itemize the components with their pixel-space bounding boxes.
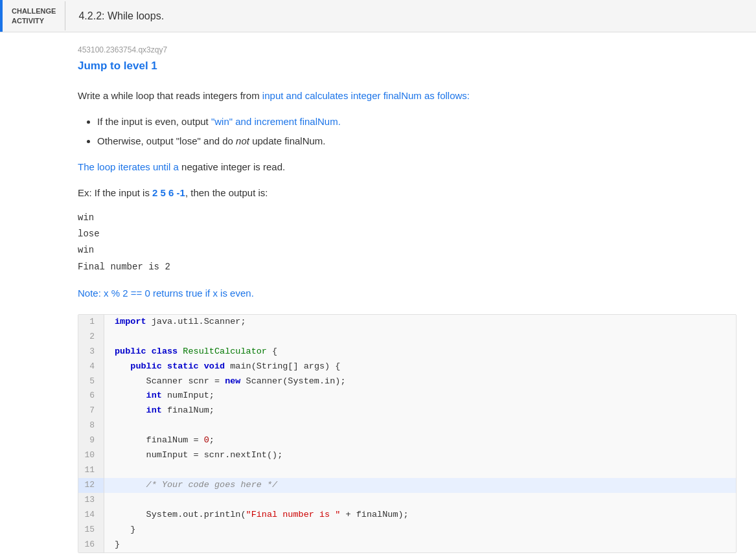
code-output: win lose win Final number is 2 xyxy=(78,210,737,275)
output-line-4: Final number is 2 xyxy=(78,259,737,275)
intro-highlight: input and calculates integer finalNum as… xyxy=(262,90,470,101)
session-id: 453100.2363754.qx3zqy7 xyxy=(78,45,737,54)
code-line-4: 4 public static void main(String[] args)… xyxy=(78,359,736,374)
code-line-14: 14 System.out.println("Final number is "… xyxy=(78,508,736,523)
note-label: Note: x % 2 == 0 returns true if x is ev… xyxy=(78,288,254,299)
code-line-6: 6 int numInput; xyxy=(78,389,736,404)
code-line-11: 11 xyxy=(78,463,736,478)
code-line-10: 10 numInput = scnr.nextInt(); xyxy=(78,448,736,463)
code-line-8: 8 xyxy=(78,418,736,433)
bullet-list: If the input is even, output "win" and i… xyxy=(78,114,737,149)
note-text: Note: x % 2 == 0 returns true if x is ev… xyxy=(78,286,737,301)
code-line-7: 7 int finalNum; xyxy=(78,404,736,418)
code-line-5: 5 Scanner scnr = new Scanner(System.in); xyxy=(78,374,736,389)
example-text: Ex: If the input is 2 5 6 -1, then the o… xyxy=(78,185,737,201)
code-line-3: 3 public class ResultCalculator { xyxy=(78,345,736,359)
loop-description: The loop iterates until a negative integ… xyxy=(78,159,737,175)
output-line-2: lose xyxy=(78,226,737,242)
jump-to-level-link[interactable]: Jump to level 1 xyxy=(78,60,737,73)
intro-text: Write a while loop that reads integers f… xyxy=(78,88,737,104)
loop-desc-black: negative integer is read. xyxy=(181,161,285,172)
bullet-1-highlight: "win" and increment finalNum. xyxy=(211,116,341,127)
output-line-3: win xyxy=(78,242,737,258)
bullet-item-2: Otherwise, output "lose" and do not upda… xyxy=(97,133,737,149)
main-content: 453100.2363754.qx3zqy7 Jump to level 1 W… xyxy=(0,32,756,557)
example-input-values: 2 5 6 -1 xyxy=(152,187,185,198)
activity-label-line1: CHALLENGE xyxy=(12,7,56,15)
activity-label-line2: ACTIVITY xyxy=(12,17,44,25)
code-line-2: 2 xyxy=(78,330,736,345)
code-line-12: 12 /* Your code goes here */ xyxy=(78,478,736,493)
code-line-9: 9 finalNum = 0; xyxy=(78,433,736,448)
header-label: CHALLENGE ACTIVITY xyxy=(3,1,65,30)
header-title: 4.2.2: While loops. xyxy=(65,5,177,27)
code-block: 1 import java.util.Scanner; 2 3 public c… xyxy=(78,315,736,552)
bullet-2-italic: not xyxy=(236,135,249,146)
code-line-1: 1 import java.util.Scanner; xyxy=(78,315,736,330)
code-line-16: 16 } xyxy=(78,538,736,552)
output-line-1: win xyxy=(78,210,737,226)
code-line-13: 13 xyxy=(78,493,736,508)
bullet-item-1: If the input is even, output "win" and i… xyxy=(97,114,737,130)
code-block-wrapper: 1 import java.util.Scanner; 2 3 public c… xyxy=(78,314,737,553)
code-line-15: 15 } xyxy=(78,523,736,538)
header: CHALLENGE ACTIVITY 4.2.2: While loops. xyxy=(0,0,756,32)
